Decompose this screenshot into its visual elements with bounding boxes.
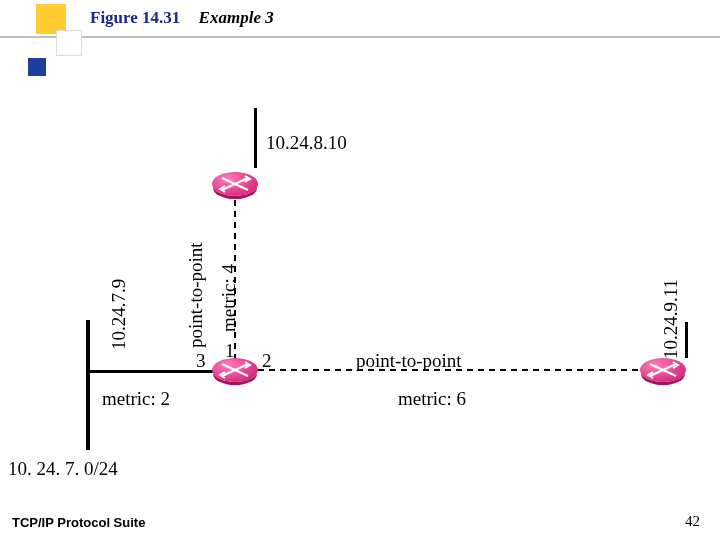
link-top-type: point-to-point xyxy=(185,208,207,348)
right-router-ip: 10.24.9.11 xyxy=(660,254,682,359)
lan-to-center-line xyxy=(86,370,214,373)
port-up: 1 xyxy=(225,340,235,362)
link-top-metric: metric: 4 xyxy=(218,232,240,332)
router-center-icon xyxy=(212,358,258,382)
left-network: 10. 24. 7. 0/24 xyxy=(8,458,118,480)
page-number: 42 xyxy=(685,513,700,530)
router-right-icon xyxy=(640,358,686,382)
port-right: 2 xyxy=(262,350,272,372)
port-left: 3 xyxy=(196,350,206,372)
top-router-ip: 10.24.8.10 xyxy=(266,132,347,154)
footer-source: TCP/IP Protocol Suite xyxy=(12,515,145,530)
link-right-type: point-to-point xyxy=(356,350,462,372)
router-top-icon xyxy=(212,172,258,196)
left-metric: metric: 2 xyxy=(102,388,170,410)
left-interface-ip: 10.24.7.9 xyxy=(108,250,130,350)
network-diagram: 10.24.8.10 point-to-point metric: 4 10.2… xyxy=(0,0,720,540)
lan-vertical-line xyxy=(86,320,90,450)
top-stub-line xyxy=(254,108,257,168)
right-stub-line xyxy=(685,322,688,358)
link-right-metric: metric: 6 xyxy=(398,388,466,410)
